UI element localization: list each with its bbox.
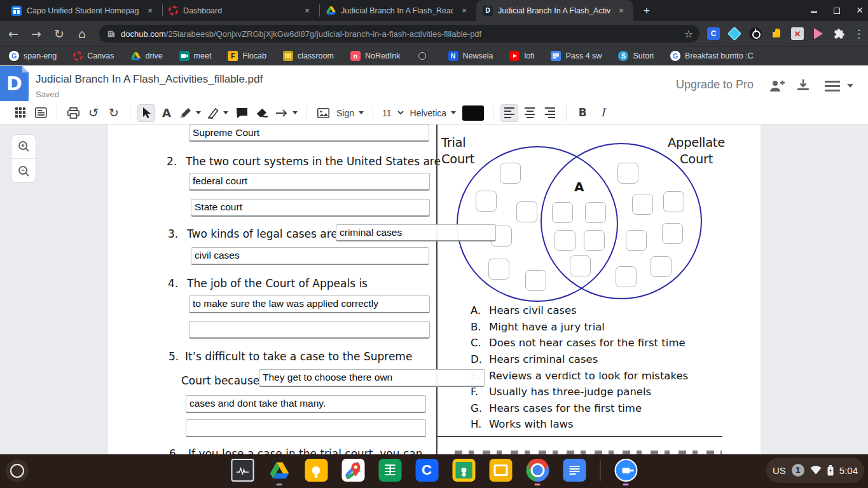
restore-icon[interactable] bbox=[834, 8, 840, 14]
answer-field-q4b-empty[interactable] bbox=[189, 321, 430, 339]
tab-close-icon[interactable]: × bbox=[144, 5, 156, 17]
shelf-app-docs[interactable] bbox=[563, 459, 586, 482]
answer-field-q5c-empty[interactable] bbox=[186, 419, 426, 437]
venn-checkbox[interactable] bbox=[516, 201, 537, 222]
power-extension-icon[interactable] bbox=[749, 27, 762, 40]
pages-panel-icon[interactable] bbox=[32, 104, 50, 122]
shelf-app-keep[interactable] bbox=[305, 459, 327, 482]
undo-icon[interactable]: ↺ bbox=[85, 104, 102, 122]
pen-caret-icon[interactable] bbox=[196, 111, 201, 114]
venn-checkbox[interactable] bbox=[555, 230, 575, 251]
font-family-dropdown[interactable]: Helvetica bbox=[408, 104, 458, 122]
italic-button[interactable]: I bbox=[594, 104, 612, 122]
screenshot-extension-icon[interactable]: ✕ bbox=[791, 27, 804, 40]
highlighter-caret-icon[interactable] bbox=[223, 111, 228, 114]
menu-hamburger-icon[interactable] bbox=[825, 81, 840, 83]
download-icon[interactable] bbox=[796, 79, 810, 95]
zoom-out-button[interactable] bbox=[11, 159, 36, 183]
sign-dropdown[interactable]: Sign bbox=[334, 104, 366, 122]
bookmark-pass4sw[interactable]: Pass 4 sw bbox=[551, 51, 602, 61]
site-info-icon[interactable] bbox=[107, 29, 116, 38]
venn-checkbox[interactable] bbox=[585, 202, 606, 223]
answer-field-q3a[interactable]: criminal cases bbox=[336, 224, 496, 241]
venn-checkbox[interactable] bbox=[584, 230, 605, 251]
answer-field-q5b[interactable]: cases and dont take that many. bbox=[186, 395, 426, 413]
tab-close-icon[interactable]: × bbox=[301, 5, 313, 17]
answer-field-q2b[interactable]: State court bbox=[191, 199, 430, 217]
venn-checkbox[interactable] bbox=[488, 259, 509, 280]
bookmark-globe[interactable] bbox=[417, 51, 432, 61]
answer-field-q3b[interactable]: civil cases bbox=[191, 247, 429, 265]
bookmark-meet[interactable]: meet bbox=[179, 51, 212, 61]
bold-button[interactable]: B bbox=[574, 104, 591, 122]
venn-checkbox[interactable] bbox=[500, 163, 521, 184]
align-left-button[interactable] bbox=[500, 104, 518, 122]
answer-field-q5a[interactable]: They get to choose there own bbox=[259, 369, 485, 387]
select-cursor-tool[interactable] bbox=[137, 104, 155, 122]
extensions-puzzle-icon[interactable] bbox=[833, 27, 846, 40]
shelf-app-sheets[interactable] bbox=[378, 459, 401, 482]
address-bar[interactable]: dochub.com /25larabeesb/QonjxvZRGbjXjkGw… bbox=[99, 25, 699, 43]
arrow-caret-icon[interactable] bbox=[293, 111, 298, 114]
highlighter-tool[interactable] bbox=[205, 104, 230, 122]
shelf-app-maps[interactable] bbox=[341, 459, 364, 482]
bookmark-flocab[interactable]: FFlocab bbox=[228, 51, 266, 61]
bookmark-sutori[interactable]: SSutori bbox=[618, 51, 654, 61]
shelf-app-zoom[interactable] bbox=[614, 459, 637, 485]
forward-button[interactable]: → bbox=[27, 24, 46, 43]
answer-field-q4a[interactable]: to make sure the law was applied correct… bbox=[189, 295, 430, 313]
image-tool[interactable] bbox=[314, 104, 332, 122]
tab-judicial-reading[interactable]: Judicial Branch In A Flash_Readi × bbox=[319, 0, 476, 21]
reload-button[interactable]: ↻ bbox=[50, 24, 69, 43]
tab-close-icon[interactable]: × bbox=[458, 5, 470, 17]
tab-capo-homepage[interactable]: Capo Unified Student Homepage × bbox=[5, 0, 162, 21]
shelf-app-clever[interactable]: C bbox=[415, 459, 438, 482]
venn-checkbox[interactable] bbox=[626, 230, 647, 251]
shelf-app-chrome[interactable] bbox=[526, 459, 549, 485]
venn-checkbox[interactable] bbox=[525, 270, 546, 291]
text-tool[interactable]: A bbox=[158, 104, 176, 122]
status-tray[interactable]: US 1 5:04 bbox=[766, 458, 864, 483]
bookmark-lofi[interactable]: lofi bbox=[509, 51, 534, 61]
venn-checkbox[interactable] bbox=[663, 191, 684, 212]
venn-checkbox[interactable] bbox=[476, 191, 497, 212]
bookmark-span-eng[interactable]: Gspan-eng bbox=[9, 51, 57, 61]
bookmark-star-icon[interactable]: ☆ bbox=[684, 28, 693, 40]
pink-arrow-extension-icon[interactable] bbox=[812, 27, 825, 40]
venn-checkbox[interactable] bbox=[570, 255, 591, 276]
shelf-app-drive[interactable] bbox=[268, 459, 291, 485]
bookmark-newsela[interactable]: NNewsela bbox=[448, 51, 493, 61]
launcher-button[interactable] bbox=[6, 459, 29, 482]
minimize-icon[interactable] bbox=[811, 8, 817, 13]
align-center-button[interactable] bbox=[521, 104, 539, 122]
arrow-tool[interactable] bbox=[273, 104, 300, 122]
header-caret-icon[interactable] bbox=[847, 84, 853, 88]
shelf-app-classroom[interactable] bbox=[452, 459, 475, 482]
print-icon[interactable] bbox=[64, 104, 82, 122]
font-size-dropdown[interactable]: 11 bbox=[380, 104, 406, 122]
browser-menu-icon[interactable]: ⋮ bbox=[853, 27, 864, 40]
tab-dashboard[interactable]: Dashboard × bbox=[162, 0, 319, 21]
venn-checkbox[interactable] bbox=[651, 256, 672, 277]
text-color-swatch[interactable] bbox=[460, 104, 486, 122]
answer-field-q2a[interactable]: federal court bbox=[189, 173, 430, 191]
pen-tool[interactable] bbox=[178, 104, 203, 122]
tab-close-icon[interactable]: × bbox=[616, 5, 627, 17]
back-button[interactable]: ← bbox=[4, 24, 23, 43]
new-tab-button[interactable]: + bbox=[638, 3, 655, 19]
venn-checkbox[interactable] bbox=[616, 266, 637, 287]
venn-checkbox[interactable] bbox=[632, 194, 653, 215]
bookmark-noredink[interactable]: nNoRedInk bbox=[350, 51, 401, 61]
shelf-app-slides[interactable] bbox=[489, 459, 512, 482]
redo-icon[interactable]: ↻ bbox=[105, 104, 123, 122]
bookmark-drive[interactable]: drive bbox=[131, 51, 163, 61]
shelf-app-terminal[interactable] bbox=[231, 459, 254, 482]
thumbs-up-extension-icon[interactable] bbox=[770, 27, 783, 40]
bookmark-canvas[interactable]: Canvas bbox=[73, 51, 114, 61]
bookmark-breakfast-burrito[interactable]: GBreakfast burrito :C bbox=[670, 51, 754, 61]
kami-extension-icon[interactable] bbox=[728, 27, 741, 40]
share-person-add-icon[interactable] bbox=[769, 79, 785, 95]
comment-tool[interactable] bbox=[233, 104, 251, 122]
grid-tool-icon[interactable] bbox=[11, 104, 29, 122]
venn-checkbox[interactable] bbox=[617, 163, 638, 184]
